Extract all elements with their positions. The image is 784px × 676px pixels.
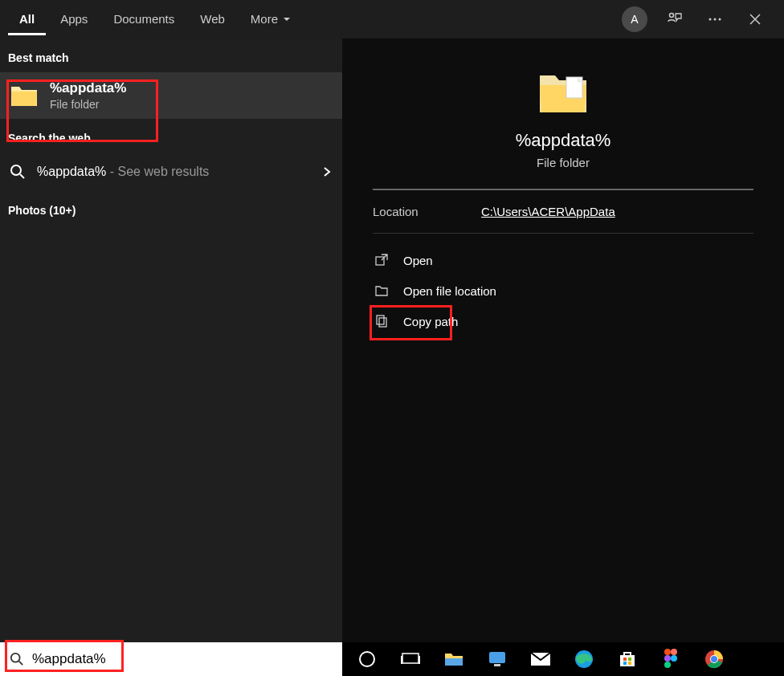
svg-point-1 [709, 18, 712, 20]
chrome-icon [704, 650, 724, 669]
svg-rect-21 [628, 658, 631, 661]
more-options-button[interactable] [702, 6, 728, 32]
svg-rect-13 [419, 656, 420, 664]
ellipsis-icon [707, 11, 723, 27]
folder-outline-icon [374, 283, 389, 298]
search-icon [10, 652, 24, 666]
taskbar-store[interactable] [617, 649, 638, 670]
result-title: %appdata% [50, 80, 126, 96]
taskbar-chrome[interactable] [704, 649, 725, 670]
action-copy-path-label: Copy path [403, 315, 458, 328]
svg-point-28 [664, 662, 671, 668]
svg-point-10 [360, 652, 374, 666]
action-open-file-location[interactable]: Open file location [373, 275, 753, 306]
search-body: Best match %appdata% File folder Search … [0, 39, 784, 642]
close-icon [749, 13, 762, 26]
taskbar-cortana[interactable] [357, 649, 378, 670]
action-open-loc-label: Open file location [403, 284, 496, 298]
web-result-text: %appdata% - See web results [10, 164, 209, 180]
filter-tabs: All Apps Documents Web More [8, 2, 622, 35]
feedback-button[interactable] [662, 6, 688, 32]
svg-rect-8 [379, 318, 386, 327]
location-row: Location C:\Users\ACER\AppData [350, 190, 776, 233]
preview-title: %appdata% [516, 130, 611, 151]
result-text: %appdata% File folder [50, 80, 126, 111]
search-web-label: Search the web [0, 119, 342, 153]
svg-rect-20 [623, 658, 627, 661]
user-avatar[interactable]: A [622, 6, 647, 32]
svg-rect-7 [377, 316, 384, 324]
figma-icon [664, 649, 678, 670]
taskview-icon [401, 650, 420, 668]
monitor-icon [488, 650, 507, 668]
taskbar-mail[interactable] [530, 649, 551, 670]
tab-more-label: More [251, 12, 278, 26]
taskbar-search-box[interactable] [0, 642, 342, 676]
folder-icon [444, 651, 463, 667]
location-label: Location [373, 205, 481, 218]
preview-card: %appdata% File folder Location C:\Users\… [350, 47, 776, 642]
preview-actions: Open Open file location Copy path [350, 234, 776, 348]
svg-point-26 [664, 655, 671, 662]
tab-web[interactable]: Web [189, 2, 236, 35]
action-open[interactable]: Open [373, 245, 753, 275]
svg-rect-14 [445, 658, 463, 666]
tab-documents[interactable]: Documents [102, 2, 186, 35]
folder-icon [537, 71, 589, 116]
svg-point-3 [719, 18, 721, 20]
taskbar-taskview[interactable] [400, 649, 421, 670]
svg-point-27 [671, 655, 677, 662]
svg-point-0 [670, 13, 674, 17]
svg-rect-16 [494, 664, 500, 666]
copy-icon [374, 314, 389, 328]
search-input[interactable] [32, 651, 333, 667]
open-icon [374, 253, 389, 267]
circle-icon [358, 650, 376, 668]
photos-label[interactable]: Photos (10+) [0, 191, 342, 225]
taskbar-apps [342, 642, 784, 676]
svg-rect-11 [402, 654, 419, 663]
svg-rect-15 [489, 652, 505, 663]
location-value[interactable]: C:\Users\ACER\AppData [481, 205, 615, 218]
taskbar-app-blue[interactable] [487, 649, 508, 670]
edge-icon [574, 650, 594, 669]
action-copy-path[interactable]: Copy path [373, 306, 753, 336]
results-panel: Best match %appdata% File folder Search … [0, 39, 342, 642]
tab-more[interactable]: More [239, 2, 302, 35]
search-icon [10, 164, 26, 180]
svg-rect-23 [628, 662, 631, 665]
web-search-result[interactable]: %appdata% - See web results [0, 153, 342, 191]
feedback-icon [667, 11, 683, 27]
preview-panel: %appdata% File folder Location C:\Users\… [342, 39, 784, 642]
svg-rect-6 [376, 257, 384, 265]
svg-point-25 [671, 649, 677, 655]
svg-point-4 [11, 165, 21, 175]
web-query: %appdata% [37, 165, 106, 178]
svg-point-2 [714, 18, 717, 20]
preview-hero: %appdata% File folder [350, 47, 776, 189]
chevron-down-icon [283, 15, 291, 23]
store-icon [619, 650, 636, 668]
tab-apps[interactable]: Apps [49, 2, 99, 35]
svg-point-31 [711, 656, 717, 662]
svg-rect-12 [401, 656, 402, 664]
svg-rect-19 [620, 655, 635, 666]
tab-all[interactable]: All [8, 2, 46, 35]
svg-rect-22 [623, 662, 627, 665]
best-match-label: Best match [0, 39, 342, 72]
chevron-right-icon [321, 166, 333, 177]
taskbar [0, 642, 784, 676]
header-actions: A [622, 6, 776, 32]
mail-icon [530, 652, 551, 666]
close-button[interactable] [742, 6, 768, 32]
taskbar-figma[interactable] [660, 649, 681, 670]
web-hint: - See web results [106, 165, 209, 178]
action-open-label: Open [403, 254, 433, 267]
taskbar-explorer[interactable] [443, 649, 464, 670]
result-subtitle: File folder [50, 98, 126, 111]
best-match-result[interactable]: %appdata% File folder [0, 72, 342, 119]
preview-subtitle: File folder [537, 156, 590, 169]
taskbar-edge[interactable] [574, 649, 594, 670]
svg-point-24 [664, 649, 671, 655]
search-header: All Apps Documents Web More A [0, 0, 784, 39]
